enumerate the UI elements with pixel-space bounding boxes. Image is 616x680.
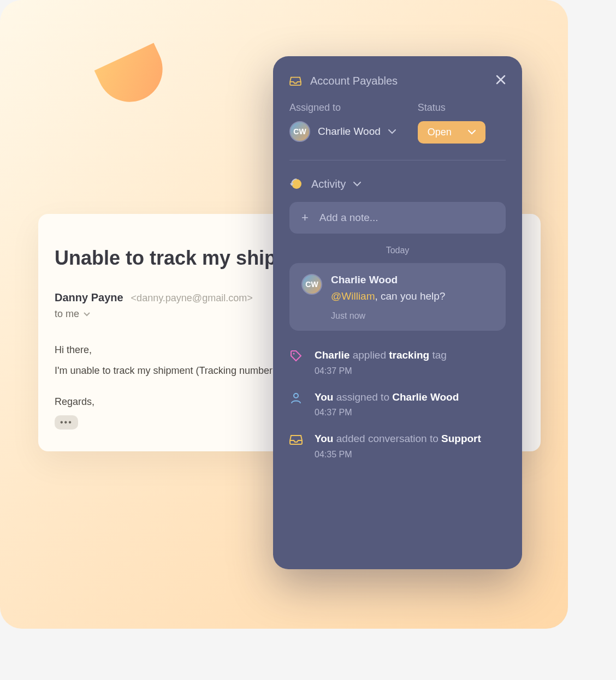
event-row: You assigned to Charlie Wood 04:37 PM (289, 390, 506, 418)
add-note-placeholder: Add a note... (319, 212, 378, 224)
inbox-icon (289, 433, 303, 446)
close-button[interactable] (496, 74, 506, 88)
activity-label: Activity (311, 178, 346, 190)
event-row: Charlie applied tracking tag 04:37 PM (289, 348, 506, 376)
assignee-dropdown[interactable]: CW Charlie Wood (289, 121, 396, 142)
email-from-name: Danny Payne (55, 291, 123, 304)
chevron-down-icon (468, 130, 476, 135)
decorative-bowl (94, 43, 174, 113)
note-timestamp: Just now (331, 311, 445, 321)
chevron-down-icon (84, 312, 90, 317)
status-value: Open (428, 127, 452, 138)
tag-icon (289, 349, 303, 362)
plus-icon: + (301, 212, 309, 224)
event-timestamp: 04:37 PM (315, 408, 459, 417)
event-list: Charlie applied tracking tag 04:37 PM Yo… (273, 331, 522, 460)
svg-point-1 (293, 353, 295, 355)
event-text: You assigned to Charlie Wood (315, 390, 459, 405)
details-panel: Account Payables Assigned to CW Charlie … (273, 56, 522, 569)
note-card: CW Charlie Wood @William, can you help? … (289, 263, 506, 331)
expand-quote-button[interactable]: ••• (55, 415, 78, 430)
event-text: Charlie applied tracking tag (315, 348, 447, 363)
assignee-avatar: CW (289, 121, 310, 142)
note-text-after: , can you help? (375, 290, 446, 302)
assigned-to-label: Assigned to (289, 102, 396, 114)
event-text: You added conversation to Support (315, 432, 481, 446)
email-from-address: <danny.payne@gmail.com> (131, 293, 253, 304)
activity-icon (289, 177, 304, 191)
panel-title: Account Payables (310, 75, 398, 87)
add-note-input[interactable]: + Add a note... (289, 202, 506, 234)
event-timestamp: 04:35 PM (315, 450, 481, 460)
chevron-down-icon (353, 182, 361, 187)
status-dropdown[interactable]: Open (418, 121, 485, 144)
email-to-label: to me (55, 308, 79, 320)
note-author-avatar: CW (301, 274, 322, 295)
panel-header: Account Payables (273, 56, 522, 102)
note-text: @William, can you help? (331, 290, 445, 302)
note-mention[interactable]: @William (331, 290, 375, 302)
panel-meta: Assigned to CW Charlie Wood Status Open (273, 102, 522, 160)
person-icon (289, 391, 303, 404)
status-label: Status (418, 102, 485, 114)
background-canvas: Unable to track my shipment Danny Payne … (0, 0, 568, 629)
note-author-name: Charlie Wood (331, 274, 445, 286)
close-icon (496, 75, 506, 85)
activity-dropdown[interactable]: Activity (273, 160, 522, 202)
date-divider-label: Today (273, 234, 522, 263)
assignee-name: Charlie Wood (318, 126, 381, 138)
chevron-down-icon (388, 129, 396, 134)
svg-point-2 (294, 393, 298, 398)
event-timestamp: 04:37 PM (315, 366, 447, 376)
inbox-icon (289, 76, 301, 86)
event-row: You added conversation to Support 04:35 … (289, 432, 506, 460)
